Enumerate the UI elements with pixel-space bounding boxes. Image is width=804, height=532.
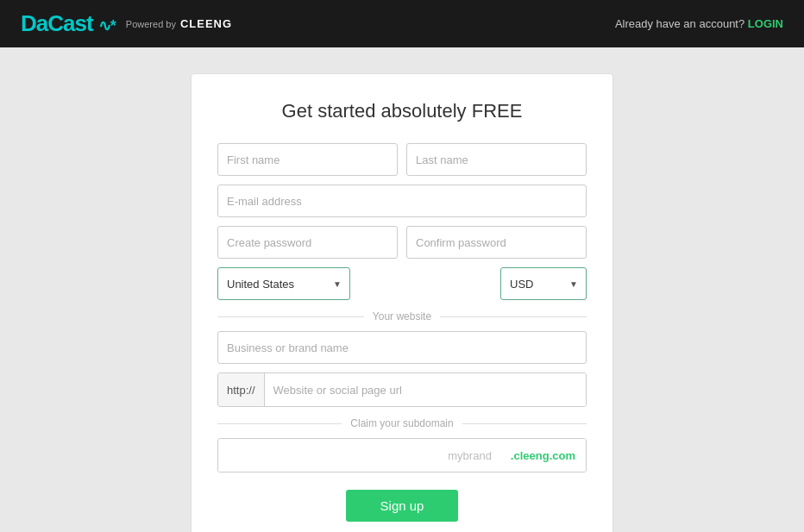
currency-select-wrapper: USD EUR GBP AUD ▼ — [500, 267, 587, 300]
header: DaCast ∿* Powered by CLeeNG Already have… — [0, 0, 804, 47]
subdomain-divider-right — [462, 423, 587, 424]
subdomain-input[interactable] — [218, 439, 500, 472]
first-name-input[interactable] — [217, 143, 398, 176]
login-link[interactable]: LOGIN — [748, 17, 783, 30]
divider-left — [217, 316, 364, 317]
your-website-label: Your website — [373, 310, 431, 322]
signup-card: Get started absolutely FREE United State… — [191, 73, 613, 532]
website-divider: Your website — [217, 310, 587, 322]
country-currency-row: United States United Kingdom Canada Aust… — [217, 267, 587, 300]
form-title: Get started absolutely FREE — [217, 100, 587, 122]
create-password-input[interactable] — [217, 226, 398, 259]
powered-by-text: Powered by — [126, 19, 176, 29]
powered-by: Powered by CLeeNG — [126, 17, 232, 30]
subdomain-row: .cleeng.com — [217, 438, 587, 473]
currency-select[interactable]: USD EUR GBP AUD — [500, 267, 587, 300]
email-input[interactable] — [217, 185, 587, 217]
confirm-password-input[interactable] — [406, 226, 587, 259]
divider-right — [440, 316, 587, 317]
country-select-wrapper: United States United Kingdom Canada Aust… — [217, 267, 350, 300]
signup-button[interactable]: Sign up — [346, 490, 459, 522]
subdomain-divider: Claim your subdomain — [217, 417, 587, 429]
logo: DaCast ∿* — [21, 10, 116, 37]
url-row: http:// — [217, 372, 587, 407]
main-content: Get started absolutely FREE United State… — [0, 47, 804, 532]
account-text: Already have an account? — [615, 17, 744, 30]
name-row — [217, 143, 587, 176]
brand-name-row — [217, 331, 587, 364]
cleeng-logo: CLeeNG — [180, 17, 232, 30]
signup-container: Sign up — [217, 490, 587, 522]
last-name-input[interactable] — [406, 143, 587, 176]
url-input[interactable] — [265, 373, 586, 406]
brand-name-input[interactable] — [217, 331, 587, 364]
password-row — [217, 226, 587, 259]
subdomain-divider-left — [217, 423, 342, 424]
header-left: DaCast ∿* Powered by CLeeNG — [21, 10, 232, 37]
url-prefix: http:// — [218, 373, 265, 406]
country-select[interactable]: United States United Kingdom Canada Aust… — [217, 267, 350, 300]
email-row — [217, 185, 587, 217]
subdomain-suffix: .cleeng.com — [500, 439, 586, 472]
header-right: Already have an account? LOGIN — [615, 17, 783, 30]
claim-subdomain-label: Claim your subdomain — [350, 417, 453, 429]
logo-wave: ∿* — [98, 17, 116, 34]
